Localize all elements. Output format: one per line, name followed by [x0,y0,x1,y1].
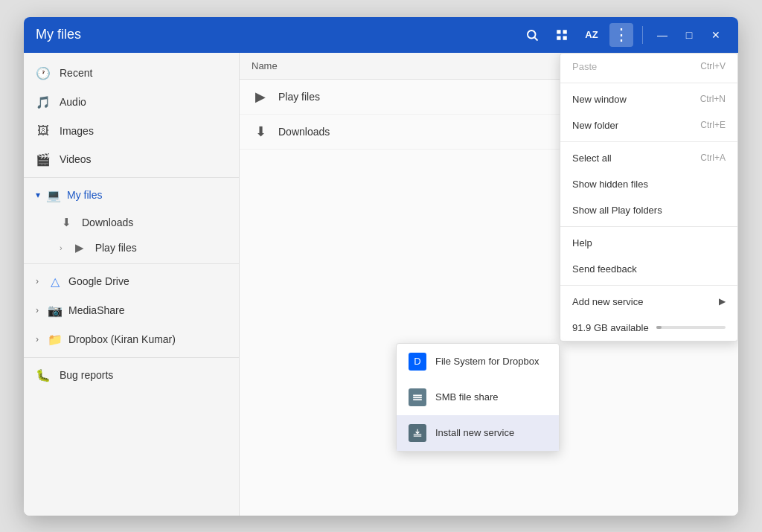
sidebar-item-videos[interactable]: 🎬 Videos [24,145,239,174]
menu-item-help[interactable]: Help [560,230,737,256]
sidebar-label-recent: Recent [60,67,92,79]
images-icon: 🖼 [36,124,51,138]
dropbox-icon: 📁 [48,333,63,347]
menu-item-paste[interactable]: Paste Ctrl+V [560,54,737,80]
paste-label: Paste [572,61,597,72]
mediashare-icon: 📷 [48,304,63,318]
menu-item-add-new-service[interactable]: Add new service ▶ [560,289,737,315]
my-files-icon: 💻 [46,188,61,202]
minimize-button[interactable]: — [652,25,673,45]
sidebar-item-google-drive[interactable]: › △ Google Drive [24,267,239,296]
divider [642,26,643,44]
titlebar: My files AZ ⋮ — □ ✕ [24,17,738,53]
videos-icon: 🎬 [36,153,51,167]
storage-fill [656,326,662,329]
play-files-row-icon: ▶ [252,89,269,105]
window-title: My files [36,27,520,42]
menu-divider-1 [560,83,737,83]
google-drive-expand-icon: › [36,276,39,286]
sidebar-label-my-files: My files [67,189,102,201]
sidebar-child-play-files[interactable]: › ▶ Play files [24,235,239,260]
mediashare-expand-icon: › [36,305,39,315]
sidebar-item-images[interactable]: 🖼 Images [24,117,239,145]
svg-rect-5 [563,36,567,39]
dropbox-fs-label: File System for Dropbox [435,356,539,367]
submenu-add-service: D File System for Dropbox SMB file share… [396,343,560,452]
svg-rect-7 [413,397,422,398]
sidebar-label-videos: Videos [60,153,92,165]
sort-button[interactable]: AZ [580,23,603,47]
svg-rect-10 [414,435,422,436]
grid-view-button[interactable] [550,23,574,47]
sidebar-item-dropbox[interactable]: › 📁 Dropbox (Kiran Kumar) [24,325,239,354]
sidebar-label-bug-reports: Bug reports [60,369,113,381]
submenu-item-dropbox-fs[interactable]: D File System for Dropbox [397,344,559,379]
help-label: Help [572,237,592,249]
send-feedback-label: Send feedback [572,263,637,275]
google-drive-icon: △ [48,275,63,289]
sidebar-item-bug-reports[interactable]: 🐛 Bug reports [24,361,239,390]
sidebar: 🕐 Recent 🎵 Audio 🖼 Images 🎬 Videos ▾ 💻 M… [24,53,240,516]
app-window: My files AZ ⋮ — □ ✕ [24,17,738,516]
main-area: 🕐 Recent 🎵 Audio 🖼 Images 🎬 Videos ▾ 💻 M… [24,53,738,516]
sidebar-child-downloads[interactable]: ⬇ Downloads [24,210,239,235]
add-new-service-label: Add new service [572,296,643,307]
submenu-item-install-service[interactable]: Install new service [397,415,559,451]
sidebar-label-mediashare: MediaShare [68,304,125,316]
menu-item-send-feedback[interactable]: Send feedback [560,256,737,282]
new-folder-shortcut: Ctrl+E [700,120,726,130]
sidebar-divider-3 [24,357,239,358]
select-all-label: Select all [572,153,612,164]
sidebar-label-audio: Audio [60,96,86,108]
svg-rect-8 [413,399,422,400]
show-hidden-label: Show hidden files [572,179,648,190]
search-button[interactable] [520,23,544,47]
new-window-shortcut: Ctrl+N [700,94,726,104]
menu-dots-icon: ⋮ [613,27,630,43]
paste-shortcut: Ctrl+V [700,61,726,71]
show-play-folders-label: Show all Play folders [572,205,662,216]
storage-label: 91.9 GB available [572,322,649,333]
menu-item-new-folder[interactable]: New folder Ctrl+E [560,112,737,138]
menu-divider-2 [560,141,737,142]
menu-divider-3 [560,226,737,227]
sidebar-item-mediashare[interactable]: › 📷 MediaShare [24,296,239,325]
svg-rect-6 [413,394,422,396]
context-menu: Paste Ctrl+V New window Ctrl+N New folde… [560,53,738,342]
menu-divider-4 [560,285,737,286]
maximize-button[interactable]: □ [679,25,699,45]
sort-label: AZ [585,29,598,40]
play-files-icon: ▶ [73,241,86,254]
content-area: Name Size ▶ Play files — ⬇ Downloads — P… [240,53,738,516]
smb-share-label: SMB file share [435,391,499,403]
sidebar-label-dropbox: Dropbox (Kiran Kumar) [68,333,176,345]
submenu-item-smb-share[interactable]: SMB file share [397,379,559,415]
bug-reports-icon: 🐛 [36,368,51,382]
svg-point-0 [528,31,536,39]
sidebar-divider-1 [24,177,239,178]
my-files-expand-icon: ▾ [36,190,40,200]
menu-storage: 91.9 GB available [560,315,737,341]
sidebar-label-images: Images [60,125,94,137]
play-files-expand-icon: › [60,243,63,252]
install-service-icon [409,424,426,442]
svg-rect-2 [557,30,560,33]
sidebar-item-audio[interactable]: 🎵 Audio [24,88,239,117]
sidebar-label-google-drive: Google Drive [68,275,129,287]
sidebar-item-my-files[interactable]: ▾ 💻 My files [24,181,239,210]
menu-item-show-hidden[interactable]: Show hidden files [560,171,737,197]
downloads-icon: ⬇ [60,216,73,229]
menu-item-new-window[interactable]: New window Ctrl+N [560,86,737,112]
dropbox-expand-icon: › [36,334,39,344]
close-button[interactable]: ✕ [705,25,726,45]
svg-line-1 [534,37,537,40]
menu-item-select-all[interactable]: Select all Ctrl+A [560,145,737,171]
more-menu-button[interactable]: ⋮ [609,23,633,47]
sidebar-label-play-files: Play files [95,242,137,254]
dropbox-fs-icon: D [409,353,426,371]
sidebar-divider-2 [24,263,239,264]
menu-item-show-play-folders[interactable]: Show all Play folders [560,197,737,223]
add-new-service-arrow: ▶ [719,296,726,307]
sidebar-item-recent[interactable]: 🕐 Recent [24,59,239,88]
svg-rect-4 [557,36,560,39]
